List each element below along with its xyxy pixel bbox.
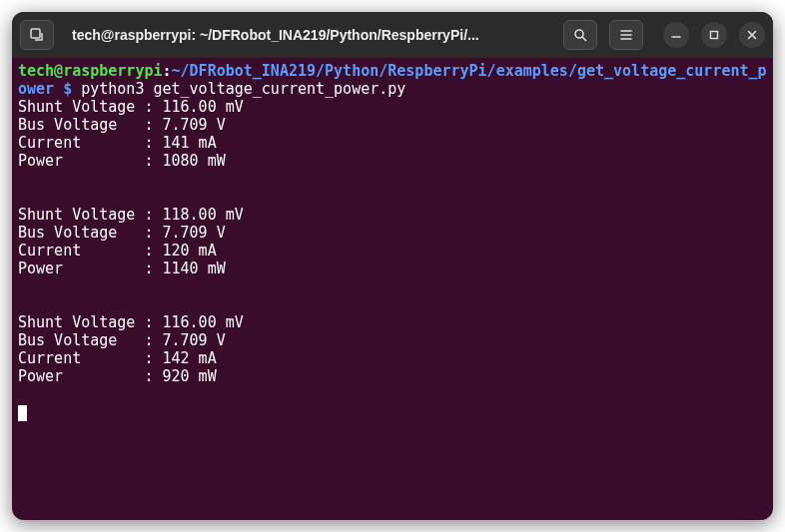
- reading-block: Shunt Voltage : 116.00 mVBus Voltage : 7…: [18, 313, 767, 385]
- close-button[interactable]: [739, 22, 765, 48]
- shunt-voltage-line: Shunt Voltage : 116.00 mV: [18, 98, 767, 116]
- current-line: Current : 141 mA: [18, 134, 767, 152]
- prompt-user-host: tech@raspberrypi: [18, 62, 163, 80]
- current-line: Current : 142 mA: [18, 349, 767, 367]
- search-button[interactable]: [563, 20, 597, 50]
- close-icon: [746, 29, 758, 41]
- minimize-button[interactable]: [663, 22, 689, 48]
- minimize-icon: [670, 29, 682, 41]
- window-title: tech@raspberrypi: ~/DFRobot_INA219/Pytho…: [62, 27, 555, 43]
- maximize-icon: [708, 29, 720, 41]
- search-icon: [572, 27, 588, 43]
- title-actions: [563, 20, 765, 50]
- power-line: Power : 1080 mW: [18, 152, 767, 170]
- hamburger-icon: [618, 27, 634, 43]
- maximize-button[interactable]: [701, 22, 727, 48]
- reading-block: Shunt Voltage : 116.00 mVBus Voltage : 7…: [18, 98, 767, 170]
- svg-rect-7: [711, 32, 718, 39]
- shunt-voltage-line: Shunt Voltage : 118.00 mV: [18, 206, 767, 224]
- power-line: Power : 1140 mW: [18, 260, 767, 277]
- prompt-colon: :: [163, 62, 172, 80]
- new-tab-icon: [29, 27, 45, 43]
- shunt-voltage-line: Shunt Voltage : 116.00 mV: [18, 313, 767, 331]
- current-line: Current : 120 mA: [18, 242, 767, 260]
- power-line: Power : 920 mW: [18, 367, 767, 385]
- reading-block: Shunt Voltage : 118.00 mVBus Voltage : 7…: [18, 206, 767, 277]
- new-tab-button[interactable]: [20, 20, 54, 50]
- bus-voltage-line: Bus Voltage : 7.709 V: [18, 331, 767, 349]
- terminal-body[interactable]: tech@raspberrypi:~/DFRobot_INA219/Python…: [12, 58, 773, 520]
- menu-button[interactable]: [609, 20, 643, 50]
- prompt-dollar: $: [54, 80, 81, 98]
- command-text: python3 get_voltage_current_power.py: [81, 80, 405, 98]
- bus-voltage-line: Bus Voltage : 7.709 V: [18, 116, 767, 134]
- svg-line-2: [582, 37, 586, 41]
- svg-rect-0: [31, 29, 40, 38]
- bus-voltage-line: Bus Voltage : 7.709 V: [18, 224, 767, 242]
- terminal-window: tech@raspberrypi: ~/DFRobot_INA219/Pytho…: [12, 12, 773, 520]
- window-controls: [663, 22, 765, 48]
- terminal-cursor: [18, 405, 27, 421]
- titlebar: tech@raspberrypi: ~/DFRobot_INA219/Pytho…: [12, 12, 773, 58]
